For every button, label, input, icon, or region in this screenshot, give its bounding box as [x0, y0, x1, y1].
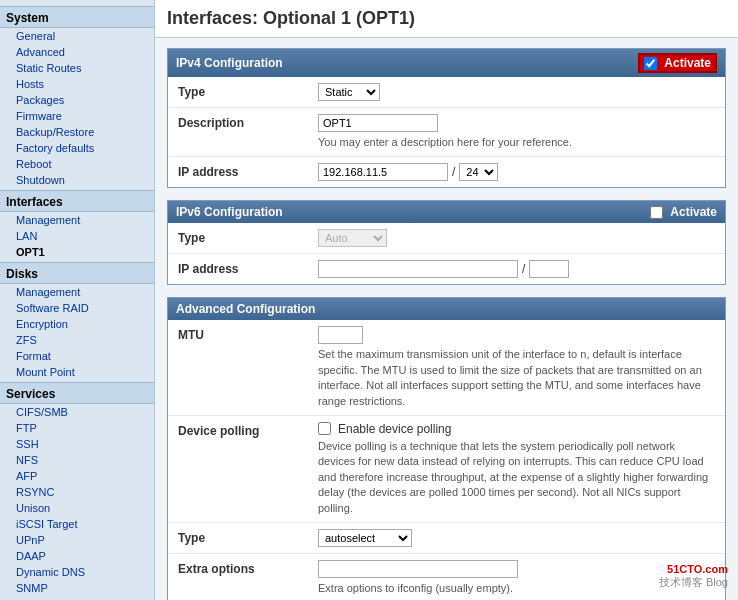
sidebar-item-mount-point[interactable]: Mount Point [0, 364, 154, 380]
ipv4-mask-select[interactable]: 8162425262728293032 [459, 163, 498, 181]
ipv6-type-label: Type [168, 223, 308, 254]
sidebar-item-cifs-smb[interactable]: CIFS/SMB [0, 404, 154, 420]
extra-options-help: Extra options to ifconfig (usually empty… [318, 581, 715, 596]
sidebar-item-rsync[interactable]: RSYNC [0, 484, 154, 500]
polling-checkbox-text: Enable device polling [338, 422, 451, 436]
ip-separator: / [452, 165, 455, 179]
sidebar-item-afp[interactable]: AFP [0, 468, 154, 484]
sidebar-item-zfs[interactable]: ZFS [0, 332, 154, 348]
advanced-title: Advanced Configuration [176, 302, 315, 316]
sidebar-item-nfs[interactable]: NFS [0, 452, 154, 468]
sidebar-item-factory-defaults[interactable]: Factory defaults [0, 140, 154, 156]
sidebar-item-format[interactable]: Format [0, 348, 154, 364]
sidebar-item-iscsi-target[interactable]: iSCSI Target [0, 516, 154, 532]
sidebar-item-upnp[interactable]: UPnP [0, 532, 154, 548]
polling-label: Device polling [168, 415, 308, 522]
sidebar: SystemGeneralAdvancedStatic RoutesHostsP… [0, 0, 155, 600]
ipv6-section: IPv6 Configuration Activate Type Auto St… [167, 200, 726, 285]
sidebar-item-reboot[interactable]: Reboot [0, 156, 154, 172]
sidebar-item-packages[interactable]: Packages [0, 92, 154, 108]
advanced-type-select[interactable]: autoselect 100baseTX 10baseT/UTP [318, 529, 412, 547]
polling-checkbox-label[interactable]: Enable device polling [318, 422, 715, 436]
ipv6-ip-label: IP address [168, 254, 308, 285]
ipv6-activate-checkbox[interactable] [650, 206, 663, 219]
sidebar-item-static-routes[interactable]: Static Routes [0, 60, 154, 76]
ipv6-activate-label[interactable]: Activate [650, 205, 717, 219]
ipv4-ip-label: IP address [168, 157, 308, 188]
sidebar-item-unison[interactable]: Unison [0, 500, 154, 516]
sidebar-item-general[interactable]: General [0, 28, 154, 44]
ipv4-description-help: You may enter a description here for you… [318, 135, 715, 150]
sidebar-item-webserver[interactable]: Webserver [0, 596, 154, 600]
mtu-help: Set the maximum transmission unit of the… [318, 347, 715, 409]
sidebar-item-advanced[interactable]: Advanced [0, 44, 154, 60]
sidebar-section-system: System [0, 6, 154, 28]
sidebar-item-daap[interactable]: DAAP [0, 548, 154, 564]
sidebar-item-backup-restore[interactable]: Backup/Restore [0, 124, 154, 140]
ipv4-description-input[interactable] [318, 114, 438, 132]
sidebar-section-interfaces: Interfaces [0, 190, 154, 212]
page-title: Interfaces: Optional 1 (OPT1) [155, 0, 738, 38]
ipv6-ip-input[interactable] [318, 260, 518, 278]
advanced-section: Advanced Configuration MTU Set the maxim… [167, 297, 726, 600]
mtu-input[interactable] [318, 326, 363, 344]
ipv4-activate-checkbox[interactable] [644, 57, 657, 70]
sidebar-item-shutdown[interactable]: Shutdown [0, 172, 154, 188]
sidebar-item-management[interactable]: Management [0, 212, 154, 228]
advanced-type-label: Type [168, 522, 308, 553]
ipv6-prefix-input[interactable] [529, 260, 569, 278]
sidebar-section-services: Services [0, 382, 154, 404]
sidebar-item-lan[interactable]: LAN [0, 228, 154, 244]
sidebar-item-ftp[interactable]: FTP [0, 420, 154, 436]
ipv4-type-label: Type [168, 77, 308, 108]
ipv6-type-select[interactable]: Auto Static DHCPv6 [318, 229, 387, 247]
extra-options-label: Extra options [168, 553, 308, 600]
ipv4-ip-input[interactable] [318, 163, 448, 181]
sidebar-item-hosts[interactable]: Hosts [0, 76, 154, 92]
advanced-form: MTU Set the maximum transmission unit of… [168, 320, 725, 600]
ipv6-form: Type Auto Static DHCPv6 IP address [168, 223, 725, 284]
ipv4-header: IPv4 Configuration Activate [168, 49, 725, 77]
ipv4-title: IPv4 Configuration [176, 56, 283, 70]
ipv4-section: IPv4 Configuration Activate Type Static … [167, 48, 726, 188]
advanced-header: Advanced Configuration [168, 298, 725, 320]
sidebar-item-ssh[interactable]: SSH [0, 436, 154, 452]
sidebar-item-encryption[interactable]: Encryption [0, 316, 154, 332]
sidebar-item-firmware[interactable]: Firmware [0, 108, 154, 124]
ipv4-activate-label[interactable]: Activate [638, 53, 717, 73]
sidebar-section-disks: Disks [0, 262, 154, 284]
main-content: Interfaces: Optional 1 (OPT1) IPv4 Confi… [155, 0, 738, 600]
sidebar-item-opt1[interactable]: OPT1 [0, 244, 154, 260]
ipv6-header: IPv6 Configuration Activate [168, 201, 725, 223]
ipv4-description-label: Description [168, 108, 308, 157]
sidebar-item-dynamic-dns[interactable]: Dynamic DNS [0, 564, 154, 580]
sidebar-item-snmp[interactable]: SNMP [0, 580, 154, 596]
extra-options-input[interactable] [318, 560, 518, 578]
mtu-label: MTU [168, 320, 308, 415]
sidebar-item-software-raid[interactable]: Software RAID [0, 300, 154, 316]
ipv4-type-select[interactable]: Static DHCP PPPoE [318, 83, 380, 101]
ipv6-ip-separator: / [522, 262, 525, 276]
polling-help: Device polling is a technique that lets … [318, 439, 715, 516]
ipv4-form: Type Static DHCP PPPoE Description You m… [168, 77, 725, 187]
polling-checkbox[interactable] [318, 422, 331, 435]
ipv6-title: IPv6 Configuration [176, 205, 283, 219]
sidebar-item-disk-management[interactable]: Management [0, 284, 154, 300]
